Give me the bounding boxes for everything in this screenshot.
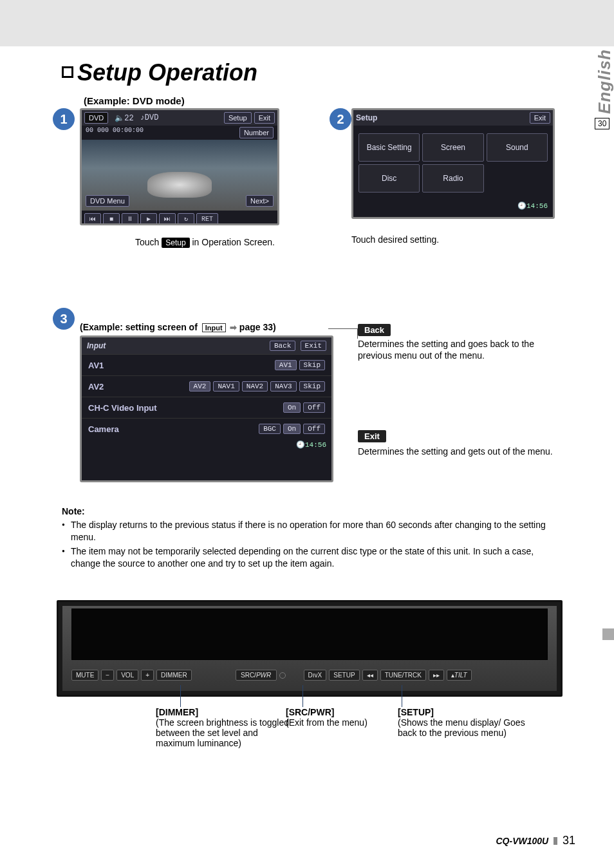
divx-hw-button[interactable]: DıvX	[304, 670, 327, 681]
language-label: English	[595, 49, 614, 114]
back-tag: Back	[358, 324, 391, 336]
setup-title: Setup	[356, 113, 377, 122]
av2-skip-button[interactable]: Skip	[299, 381, 325, 392]
camera-bgc-button[interactable]: BGC	[259, 424, 281, 434]
row-av2: AV2 AV2 NAV1 NAV2 NAV3 Skip	[82, 375, 331, 397]
skip-back-button[interactable]: ⏮	[84, 213, 101, 225]
page-footer: CQ-VW100U 31	[496, 834, 576, 847]
model-number: CQ-VW100U	[496, 836, 549, 846]
counters: 00 000 00:00:00	[86, 127, 144, 138]
av1-av1-button[interactable]: AV1	[275, 360, 297, 370]
setup-button[interactable]: Setup	[224, 112, 252, 124]
section-heading-text: Setup Operation	[77, 59, 257, 86]
av2-nav1-button[interactable]: NAV1	[213, 381, 239, 392]
av2-av2-button[interactable]: AV2	[189, 381, 211, 392]
play-button[interactable]: ▶	[140, 213, 157, 225]
callout-src-text: (Exit from the menu)	[286, 717, 390, 728]
input-exit-button[interactable]: Exit	[301, 341, 326, 351]
footer-bar-icon	[554, 837, 557, 845]
dvd-counter-row: 00 000 00:00:00 Number	[82, 126, 277, 140]
page-ref-box: 30	[595, 118, 609, 129]
side-tab: English 30	[595, 49, 614, 129]
ir-sensor-icon	[279, 672, 286, 679]
stop-button[interactable]: ■	[103, 213, 120, 225]
setup-clock: 🕘14:56	[353, 200, 553, 212]
row-camera: Camera BGC On Off	[82, 418, 331, 439]
back-description: Determines the setting and goes back to …	[358, 339, 551, 361]
disc-tile[interactable]: Disc	[358, 164, 420, 193]
tilt-hw-button[interactable]: ▴TILT	[447, 670, 472, 681]
exit-description: Determines the setting and gets out of t…	[358, 446, 564, 458]
sound-tile[interactable]: Sound	[487, 133, 548, 162]
hardware-screen	[71, 609, 548, 660]
hardware-panel: MUTE − VOL + DIMMER SRC/PWR DıvX SETUP ◂…	[57, 600, 563, 697]
basic-setting-tile[interactable]: Basic Setting	[358, 133, 420, 162]
mute-hw-button[interactable]: MUTE	[71, 670, 98, 681]
step3-heading: (Example: setting screen of Input ➡ page…	[80, 322, 276, 332]
repeat-button[interactable]: ↻	[178, 213, 194, 225]
callout-dimmer: [DIMMER] (The screen brightness is toggl…	[156, 707, 291, 748]
setup-hw-button[interactable]: SETUP	[329, 670, 359, 681]
vol-label-hw: VOL	[116, 670, 138, 681]
track-note-icon: ♪DVD	[140, 113, 159, 122]
setup-exit-button[interactable]: Exit	[530, 112, 550, 124]
tune-next-hw-button[interactable]: ▸▸	[429, 670, 444, 681]
note-item-1: The display returns to the previous stat…	[62, 519, 564, 543]
input-back-button[interactable]: Back	[270, 341, 295, 351]
step-2-badge: 2	[330, 108, 351, 130]
dvd-menu-button[interactable]: DVD Menu	[86, 195, 129, 207]
input-clock: 🕘14:56	[82, 439, 331, 451]
tune-prev-hw-button[interactable]: ◂◂	[362, 670, 378, 681]
skip-fwd-button[interactable]: ⏭	[159, 213, 176, 225]
vol-down-hw-button[interactable]: −	[101, 670, 114, 681]
step-3-badge: 3	[53, 308, 75, 330]
chc-on-button[interactable]: On	[283, 402, 301, 413]
callout-line-dimmer	[180, 685, 181, 707]
dvd-top-bar: DVD 🔈22 ♪DVD Setup Exit	[82, 110, 277, 126]
ret-button[interactable]: RET	[196, 213, 218, 225]
hollow-square-icon	[62, 66, 73, 78]
back-callout-line	[328, 328, 358, 339]
step2-caption: Touch desired setting.	[351, 234, 439, 245]
av2-nav3-button[interactable]: NAV3	[270, 381, 296, 392]
note-block: Note: The display returns to the previou…	[62, 506, 564, 572]
step1-caption: Touch Setup in Operation Screen.	[135, 237, 275, 248]
camera-off-button[interactable]: Off	[303, 424, 325, 434]
src-pwr-hw-button[interactable]: SRC/PWR	[236, 670, 277, 681]
screen-tile[interactable]: Screen	[422, 133, 483, 162]
exit-button[interactable]: Exit	[254, 112, 275, 124]
section-heading: Setup Operation	[62, 59, 257, 86]
inline-input-chip: Input	[202, 323, 226, 332]
camera-on-button[interactable]: On	[283, 424, 301, 434]
radio-tile[interactable]: Radio	[422, 164, 483, 193]
dvd-video-area: DVD Menu Next>	[82, 140, 277, 211]
example-subtitle: (Example: DVD mode)	[84, 95, 185, 106]
dimmer-hw-button[interactable]: DIMMER	[156, 670, 192, 681]
inline-setup-chip: Setup	[162, 238, 189, 248]
arrow-icon: ➡	[228, 323, 239, 332]
chc-off-button[interactable]: Off	[303, 402, 325, 413]
step-1-badge: 1	[53, 108, 75, 130]
page-number: 31	[563, 834, 575, 847]
dvd-operation-screen: DVD 🔈22 ♪DVD Setup Exit 00 000 00:00:00 …	[80, 108, 279, 225]
av1-label: AV1	[88, 361, 104, 370]
tune-trck-label: TUNE/TRCK	[380, 670, 426, 681]
source-label: DVD	[84, 112, 108, 124]
callout-setup: [SETUP] (Shows the menu display/ Goes ba…	[398, 707, 546, 738]
next-page-button[interactable]: Next>	[246, 195, 274, 207]
top-grey-bar	[0, 0, 614, 46]
callout-line-src	[302, 685, 303, 707]
row-chc: CH-C Video Input On Off	[82, 397, 331, 418]
pause-button[interactable]: ⏸	[122, 213, 138, 225]
callout-dimmer-heading: [DIMMER]	[156, 707, 291, 717]
input-settings-screen: Input Back Exit AV1 AV1 Skip AV2 AV2 NAV…	[80, 335, 333, 482]
vol-up-hw-button[interactable]: +	[141, 670, 154, 681]
exit-tag: Exit	[358, 430, 386, 442]
chc-label: CH-C Video Input	[88, 403, 157, 413]
av1-skip-button[interactable]: Skip	[299, 360, 325, 370]
thumb-index-mark	[602, 628, 614, 640]
callout-setup-heading: [SETUP]	[398, 707, 546, 717]
av2-nav2-button[interactable]: NAV2	[242, 381, 268, 392]
number-button[interactable]: Number	[239, 127, 274, 138]
hardware-button-row: MUTE − VOL + DIMMER SRC/PWR DıvX SETUP ◂…	[71, 670, 548, 681]
